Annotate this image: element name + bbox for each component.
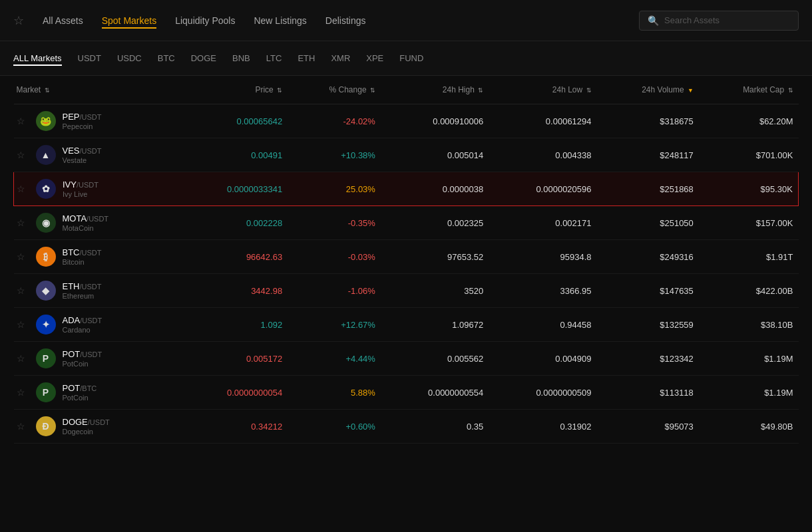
coin-logo: ✦ — [36, 315, 56, 334]
low-cell: 0.0000000509 — [489, 376, 596, 410]
nav-delistings[interactable]: Delistings — [325, 13, 366, 29]
table-row[interactable]: ☆ ◉ MOTA/USDT MotaCoin 0.002228 -0.35% 0… — [14, 206, 799, 240]
cap-cell: $1.91T — [699, 240, 799, 274]
nav-all-assets[interactable]: All Assets — [43, 13, 83, 29]
coin-name: Pepecoin — [63, 122, 102, 130]
cap-cell: $157.00K — [699, 206, 799, 240]
col-cap[interactable]: Market Cap ⇅ — [699, 76, 799, 104]
tab-fund[interactable]: FUND — [399, 51, 423, 66]
tab-all-markets[interactable]: ALL Markets — [13, 51, 62, 66]
price-cell: 1.092 — [180, 308, 288, 342]
coin-logo: P — [36, 348, 56, 368]
change-cell: +4.44% — [288, 342, 381, 376]
table-row[interactable]: ☆ ▲ VES/USDT Vestate 0.00491 +10.38% 0.0… — [14, 138, 799, 172]
row-star-icon[interactable]: ☆ — [17, 116, 25, 126]
tab-doge[interactable]: DOGE — [191, 51, 216, 66]
price-cell: 0.005172 — [180, 342, 288, 376]
tab-usdt[interactable]: USDT — [78, 51, 101, 66]
coin-info: VES/USDT Vestate — [63, 146, 102, 164]
cap-cell: $95.30K — [699, 172, 799, 206]
cap-cell: $422.00B — [699, 274, 799, 308]
coin-quote: /USDT — [80, 147, 102, 155]
cap-cell: $62.20M — [699, 104, 799, 138]
table-row[interactable]: ☆ Ð DOGE/USDT Dogecoin 0.34212 +0.60% 0.… — [14, 410, 799, 444]
market-cell: ☆ Ð DOGE/USDT Dogecoin — [14, 410, 180, 444]
volume-cell: $132559 — [597, 308, 699, 342]
coin-pair: VES/USDT — [63, 146, 102, 156]
coin-pair: ETH/USDT — [63, 281, 102, 291]
volume-cell: $95073 — [597, 410, 699, 444]
sort-price-icon: ⇅ — [277, 87, 282, 94]
coin-quote: /USDT — [80, 113, 102, 121]
table-row[interactable]: ☆ ✦ ADA/USDT Cardano 1.092 +12.67% 1.096… — [14, 308, 799, 342]
coin-logo: ◆ — [36, 281, 56, 301]
high-cell: 0.0000038 — [381, 172, 489, 206]
search-box[interactable]: 🔍 — [639, 11, 799, 31]
row-star-icon[interactable]: ☆ — [17, 184, 25, 194]
coin-info: MOTA/USDT MotaCoin — [63, 213, 109, 232]
change-cell: -0.03% — [288, 240, 381, 274]
tab-eth[interactable]: ETH — [298, 51, 315, 66]
col-market[interactable]: Market ⇅ — [14, 76, 180, 104]
low-cell: 0.004909 — [489, 342, 596, 376]
sort-change-icon: ⇅ — [370, 87, 375, 94]
coin-name: MotaCoin — [63, 224, 109, 232]
tab-ltc[interactable]: LTC — [266, 51, 282, 66]
price-cell: 0.002228 — [180, 206, 288, 240]
col-price[interactable]: Price ⇅ — [180, 76, 288, 104]
price-cell: 0.34212 — [180, 410, 288, 444]
table-row[interactable]: ☆ P POT/USDT PotCoin 0.005172 +4.44% 0.0… — [14, 342, 799, 376]
sort-cap-icon: ⇅ — [788, 87, 793, 94]
sort-high-icon: ⇅ — [478, 87, 483, 94]
market-tabs: ALL Markets USDT USDC BTC DOGE BNB LTC E… — [0, 41, 812, 76]
col-volume[interactable]: 24h Volume ▼ — [597, 76, 699, 104]
market-cell: ☆ 🐸 PEP/USDT Pepecoin — [14, 104, 180, 138]
tab-xpe[interactable]: XPE — [366, 51, 383, 66]
row-star-icon[interactable]: ☆ — [17, 251, 25, 262]
col-high[interactable]: 24h High ⇅ — [381, 76, 489, 104]
cap-cell: $49.80B — [699, 410, 799, 444]
nav-spot-markets[interactable]: Spot Markets — [102, 13, 156, 29]
low-cell: 95934.8 — [489, 240, 596, 274]
sort-market-icon: ⇅ — [45, 87, 50, 94]
row-star-icon[interactable]: ☆ — [17, 353, 25, 364]
high-cell: 0.005014 — [381, 138, 489, 172]
coin-pair: MOTA/USDT — [63, 213, 109, 223]
row-star-icon[interactable]: ☆ — [17, 285, 25, 296]
row-star-icon[interactable]: ☆ — [17, 150, 25, 160]
row-star-icon[interactable]: ☆ — [17, 387, 25, 398]
tab-bnb[interactable]: BNB — [232, 51, 250, 66]
nav-new-listings[interactable]: New Listings — [254, 13, 306, 29]
sort-low-icon: ⇅ — [586, 87, 592, 94]
row-star-icon[interactable]: ☆ — [17, 319, 25, 330]
market-cell: ☆ ₿ BTC/USDT Bitcoin — [14, 240, 180, 274]
low-cell: 3366.95 — [489, 274, 596, 308]
table-row[interactable]: ☆ ✿ IVY/USDT Ivy Live 0.0000033341 25.03… — [14, 172, 799, 206]
market-cell: ☆ ✿ IVY/USDT Ivy Live — [14, 172, 180, 206]
table-row[interactable]: ☆ ₿ BTC/USDT Bitcoin 96642.63 -0.03% 976… — [14, 240, 799, 274]
high-cell: 1.09672 — [381, 308, 489, 342]
tab-usdc[interactable]: USDC — [117, 51, 142, 66]
low-cell: 0.00061294 — [489, 104, 596, 138]
tab-xmr[interactable]: XMR — [331, 51, 350, 66]
table-row[interactable]: ☆ 🐸 PEP/USDT Pepecoin 0.00065642 -24.02%… — [14, 104, 799, 138]
change-cell: 25.03% — [288, 172, 381, 206]
col-change[interactable]: % Change ⇅ — [288, 76, 381, 104]
favorites-star-icon[interactable]: ☆ — [13, 13, 24, 28]
high-cell: 97653.52 — [381, 240, 489, 274]
nav-liquidity-pools[interactable]: Liquidity Pools — [175, 13, 235, 29]
col-low[interactable]: 24h Low ⇅ — [489, 76, 596, 104]
row-star-icon[interactable]: ☆ — [17, 421, 25, 432]
coin-pair: POT/BTC — [63, 383, 97, 393]
table-row[interactable]: ☆ P POT/BTC PotCoin 0.0000000054 5.88% 0… — [14, 376, 799, 410]
tab-btc[interactable]: BTC — [158, 51, 175, 66]
markets-table-container: Market ⇅ Price ⇅ % Change ⇅ 24h High ⇅ 2… — [0, 76, 812, 444]
coin-pair: ADA/USDT — [63, 315, 102, 325]
table-row[interactable]: ☆ ◆ ETH/USDT Ethereum 3442.98 -1.06% 352… — [14, 274, 799, 308]
high-cell: 0.0000000554 — [381, 376, 489, 410]
coin-pair: POT/USDT — [63, 349, 102, 359]
row-star-icon[interactable]: ☆ — [17, 217, 25, 228]
sort-volume-icon: ▼ — [688, 87, 694, 94]
coin-logo: ◉ — [36, 213, 56, 233]
search-input[interactable] — [664, 15, 790, 25]
